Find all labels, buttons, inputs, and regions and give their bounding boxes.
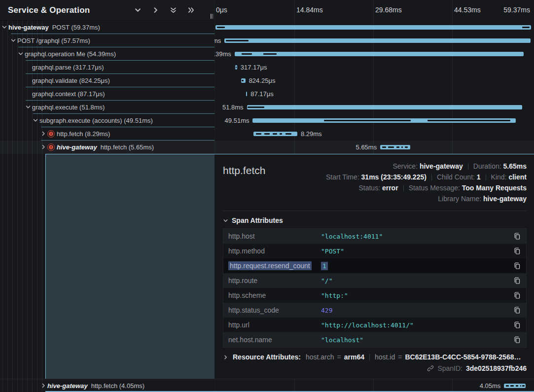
link-icon[interactable] bbox=[427, 365, 434, 372]
bar-child-mark bbox=[242, 53, 252, 55]
tree-row[interactable]: subgraph.execute (accounts) (49.51ms)49.… bbox=[0, 114, 534, 127]
chevron-right-icon[interactable] bbox=[152, 6, 159, 14]
resource-attributes-row[interactable]: Resource Attributes:host.arch=arm64host.… bbox=[223, 353, 527, 361]
bar-child-mark bbox=[280, 133, 282, 135]
resource-value: BC62E13B-C4CC-5854-9788-2568… bbox=[405, 353, 521, 361]
ruler-tick: 59.37ms bbox=[503, 6, 530, 14]
copy-icon[interactable] bbox=[513, 247, 521, 255]
operation-name: POST /graphql (57.57ms) bbox=[17, 37, 90, 44]
tree-header: Service & Operation bbox=[0, 0, 214, 21]
bar-duration-label: 51.8ms bbox=[222, 101, 244, 114]
bar-child-mark bbox=[516, 385, 518, 387]
chevron-down-icon[interactable] bbox=[25, 104, 31, 110]
attribute-row[interactable]: net.host.name"localhost" bbox=[223, 332, 526, 347]
tree-row-label-cell: graphql.operation Me (54.39ms) bbox=[0, 47, 214, 61]
span-bar[interactable] bbox=[224, 38, 531, 43]
selected-span-expansion bbox=[45, 154, 214, 379]
bar-child-mark bbox=[510, 385, 514, 387]
attribute-row[interactable]: http.scheme"http:" bbox=[223, 288, 526, 303]
chevron-down-icon[interactable] bbox=[33, 117, 38, 123]
tree-row[interactable]: hive-gatewayPOST (59.37ms) bbox=[0, 21, 534, 34]
tree-row[interactable]: graphql.operation Me (54.39ms)54.39ms bbox=[0, 47, 534, 61]
bar-child-mark bbox=[396, 146, 399, 148]
span-bar[interactable] bbox=[252, 118, 516, 123]
tree-row-label-cell: hive-gatewayPOST (59.37ms) bbox=[0, 21, 214, 34]
ruler-tick: 14.84ms bbox=[296, 6, 323, 14]
span-bar[interactable] bbox=[235, 52, 524, 56]
tree-row[interactable]: POST /graphql (57.57ms)57.57ms bbox=[0, 34, 534, 47]
operation-name: graphql.context (87.17μs) bbox=[32, 90, 105, 98]
equals-sign: = bbox=[398, 353, 402, 361]
span-label: graphql.parse (317.17μs) bbox=[32, 61, 104, 74]
bar-child-mark bbox=[324, 120, 411, 121]
attribute-row[interactable]: http.route"/" bbox=[223, 273, 526, 288]
chevron-down-icon[interactable] bbox=[18, 51, 24, 57]
chevron-down-icon[interactable] bbox=[134, 6, 142, 14]
tree-row[interactable]: !hive-gatewayhttp.fetch (5.65ms)5.65ms bbox=[0, 141, 534, 154]
copy-icon[interactable] bbox=[513, 277, 521, 285]
tree-row[interactable]: graphql.validate (824.25μs)824.25μs bbox=[0, 74, 534, 87]
attribute-value: "http:" bbox=[321, 292, 513, 299]
span-bar[interactable] bbox=[380, 145, 410, 149]
bar-child-mark bbox=[226, 40, 249, 41]
tree-row[interactable]: graphql.parse (317.17μs)317.17μs bbox=[0, 61, 534, 74]
tree-row[interactable]: hive-gatewayhttp.fetch (4.05ms)4.05ms bbox=[0, 379, 534, 392]
span-id-label: SpanID: bbox=[437, 364, 463, 372]
copy-icon[interactable] bbox=[513, 336, 521, 344]
chevron-right-icon[interactable] bbox=[40, 144, 46, 150]
attribute-row[interactable]: http.status_code429 bbox=[223, 303, 526, 318]
bar-child-mark bbox=[388, 146, 394, 148]
attribute-row[interactable]: http.url"http://localhost:4011/" bbox=[223, 318, 526, 332]
span-bar[interactable] bbox=[247, 105, 522, 109]
double-chevron-right-icon[interactable] bbox=[187, 6, 195, 14]
span-attributes-header[interactable]: Span Attributes bbox=[223, 216, 527, 224]
tree-row-timeline-cell: 4.05ms bbox=[214, 379, 534, 392]
meta-label: Status: bbox=[358, 184, 382, 192]
span-meta-line: Library Name: hive-gateway bbox=[326, 193, 527, 204]
chevron-right-icon[interactable] bbox=[40, 383, 46, 389]
panel-resize-handle[interactable] bbox=[211, 14, 213, 19]
span-bar[interactable] bbox=[241, 78, 246, 83]
chevron-down-icon[interactable] bbox=[10, 37, 16, 43]
tree-row[interactable]: graphql.execute (51.8ms)51.8ms bbox=[0, 101, 534, 114]
span-attributes-table: http.host"localhost:4011"http.method"POS… bbox=[223, 228, 527, 348]
span-bar[interactable] bbox=[235, 65, 237, 70]
tree-row-label-cell: hive-gatewayhttp.fetch (4.05ms) bbox=[0, 379, 214, 392]
attribute-key: http.status_code bbox=[228, 306, 321, 314]
attribute-value: 1 bbox=[321, 262, 513, 270]
tree-row[interactable]: graphql.context (87.17μs)87.17μs bbox=[0, 87, 534, 101]
copy-icon[interactable] bbox=[513, 262, 521, 270]
attribute-key: net.host.name bbox=[228, 336, 321, 344]
attribute-row[interactable]: http.method"POST" bbox=[223, 244, 526, 258]
chevron-right-icon bbox=[223, 355, 228, 360]
chevron-down-icon bbox=[223, 218, 228, 223]
span-bar[interactable] bbox=[246, 92, 247, 96]
bar-child-mark bbox=[236, 67, 237, 68]
attribute-row[interactable]: http.host"localhost:4011" bbox=[223, 229, 526, 244]
divider bbox=[486, 174, 486, 180]
bar-duration-label: 317.17μs bbox=[241, 61, 267, 74]
attribute-key: http.method bbox=[228, 247, 321, 255]
span-bar[interactable] bbox=[215, 25, 531, 30]
attribute-value: "http://localhost:4011/" bbox=[321, 321, 513, 329]
span-bar[interactable] bbox=[253, 132, 297, 136]
attribute-key: http.scheme bbox=[228, 291, 321, 299]
double-chevron-down-icon[interactable] bbox=[170, 6, 177, 14]
chevron-right-icon[interactable] bbox=[40, 131, 46, 137]
span-bar[interactable] bbox=[504, 384, 526, 388]
copy-icon[interactable] bbox=[513, 306, 521, 314]
attribute-key: http.request.resend_count bbox=[228, 262, 321, 270]
tree-row[interactable]: !http.fetch (8.29ms)8.29ms bbox=[0, 127, 534, 141]
copy-icon[interactable] bbox=[513, 232, 521, 240]
bar-child-mark bbox=[273, 133, 277, 135]
chevron-down-icon[interactable] bbox=[1, 24, 7, 30]
resource-key: host.arch bbox=[306, 353, 334, 361]
attribute-row[interactable]: http.request.resend_count1 bbox=[223, 258, 526, 273]
tree-row-label-cell: graphql.execute (51.8ms) bbox=[0, 101, 214, 114]
attribute-key: http.url bbox=[228, 321, 321, 329]
copy-icon[interactable] bbox=[513, 291, 521, 299]
operation-name: POST (59.37ms) bbox=[52, 24, 100, 31]
tree-row-timeline-cell bbox=[214, 21, 534, 34]
span-label: hive-gatewayhttp.fetch (5.65ms) bbox=[57, 141, 154, 154]
copy-icon[interactable] bbox=[513, 321, 521, 329]
